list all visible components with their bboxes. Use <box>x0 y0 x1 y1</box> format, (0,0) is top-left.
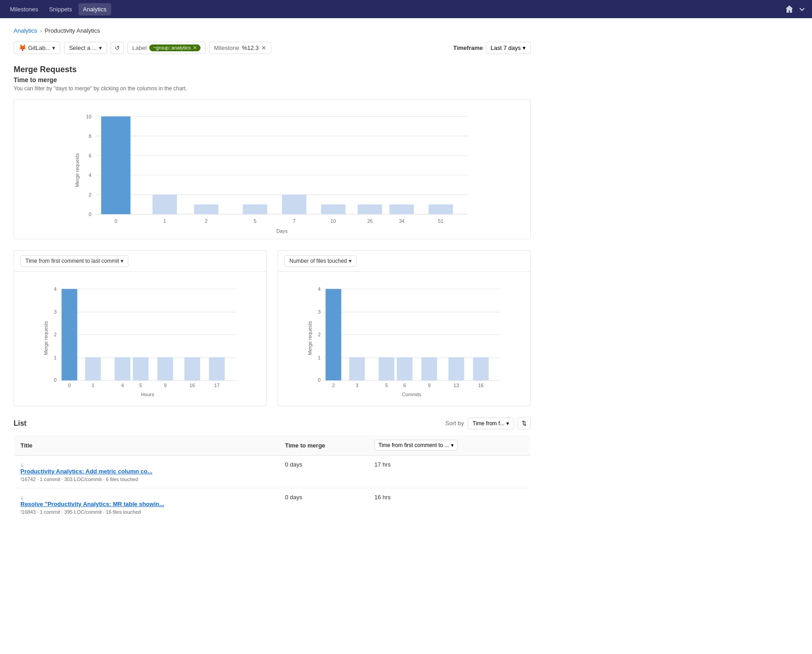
left-chart-dropdown[interactable]: Time from first comment to last commit ▾ <box>20 255 128 267</box>
chevron-down-icon[interactable] <box>797 5 807 14</box>
svg-text:51: 51 <box>438 218 444 224</box>
left-chart-card: Time from first comment to last commit ▾… <box>14 250 267 406</box>
timeframe-chevron-icon: ▾ <box>523 44 526 51</box>
row2-time-to-merge: 0 days <box>279 488 368 521</box>
svg-text:4: 4 <box>121 383 124 388</box>
breadcrumb-parent[interactable]: Analytics <box>14 27 37 34</box>
bar-2[interactable] <box>194 204 219 214</box>
col-time-from-comment-dropdown[interactable]: Time from first comment to ... ▾ <box>374 440 458 451</box>
filter-reset-btn[interactable]: ↺ <box>111 42 124 54</box>
left-bar-16[interactable] <box>185 357 201 380</box>
bar-34[interactable] <box>389 204 414 214</box>
bar-1[interactable] <box>152 195 177 214</box>
nav-items: Milestones Snippets Analytics <box>5 3 111 15</box>
sort-chevron-icon: ▾ <box>506 420 509 427</box>
main-chart-y-label: Merge requests <box>74 153 80 187</box>
dual-charts-row: Time from first comment to last commit ▾… <box>14 250 531 406</box>
row1-mr-title[interactable]: Productivity Analytics: Add metric colum… <box>20 468 272 475</box>
bar-10[interactable] <box>321 204 346 214</box>
left-bar-9[interactable] <box>157 357 173 380</box>
timeframe-filter: Timeframe Last 7 days ▾ <box>453 42 531 54</box>
breadcrumb-separator: › <box>40 27 42 34</box>
bar-5[interactable] <box>243 204 267 214</box>
col-header-label: Time from first comment to ... <box>378 442 449 448</box>
svg-text:0: 0 <box>114 218 117 224</box>
svg-text:0: 0 <box>318 377 321 383</box>
svg-text:2: 2 <box>89 192 92 197</box>
svg-text:1: 1 <box>54 355 57 360</box>
table-head: Title Time to merge Time from first comm… <box>14 435 531 456</box>
project-chevron-icon: ▾ <box>52 44 55 51</box>
right-bar-3[interactable] <box>349 357 365 380</box>
right-bar-9[interactable] <box>421 357 437 380</box>
svg-text:1: 1 <box>92 383 94 388</box>
left-bar-17[interactable] <box>209 357 225 380</box>
reset-icon: ↺ <box>115 44 120 51</box>
project-filter-btn[interactable]: 🦊 GitLab... ▾ <box>14 41 60 54</box>
svg-text:26: 26 <box>367 218 372 224</box>
sort-by-label: Sort by <box>445 420 464 427</box>
right-bar-16[interactable] <box>473 357 489 380</box>
table-row: ↓ Productivity Analytics: Add metric col… <box>14 456 531 488</box>
nav-analytics[interactable]: Analytics <box>78 3 111 15</box>
svg-text:13: 13 <box>454 383 459 388</box>
svg-text:16: 16 <box>190 383 195 388</box>
svg-text:0: 0 <box>54 377 57 383</box>
timeframe-value: Last 7 days <box>491 44 521 51</box>
bar-26[interactable] <box>357 204 382 214</box>
bar-7[interactable] <box>282 195 307 214</box>
sort-area: Sort by Time from f... ▾ ⇅ <box>445 417 531 429</box>
svg-text:1: 1 <box>163 218 166 224</box>
milestone-tag-close[interactable]: ✕ <box>261 44 266 51</box>
row2-time-from-comment: 16 hrs <box>368 488 530 521</box>
svg-text:2: 2 <box>205 218 208 224</box>
table-body: ↓ Productivity Analytics: Add metric col… <box>14 456 531 521</box>
breadcrumb: Analytics › Productivity Analytics <box>14 27 531 34</box>
left-bar-4[interactable] <box>115 357 131 380</box>
col-time-from-comment-header: Time from first comment to ... ▾ <box>368 435 530 456</box>
label-tag-value: ~group::analytics <box>153 45 191 50</box>
milestone-tag-value: %12.3 <box>242 44 259 51</box>
row1-mr-details: 1 commit · 303 LOC/commit · 6 files touc… <box>40 477 138 482</box>
right-bar-2[interactable] <box>326 289 342 381</box>
breadcrumb-current: Productivity Analytics <box>44 27 100 34</box>
left-chart-body: Merge requests 4 3 2 1 0 0 <box>14 272 266 406</box>
chart-hint: You can filter by "days to merge" by cli… <box>14 85 531 92</box>
svg-text:16: 16 <box>478 383 484 388</box>
right-bar-6[interactable] <box>397 357 413 380</box>
bar-51[interactable] <box>429 204 453 214</box>
sort-dropdown-btn[interactable]: Time from f... ▾ <box>468 418 514 429</box>
right-bar-13[interactable] <box>449 357 465 380</box>
row2-mr-meta: !16843 · 1 commit · 395 LOC/commit · 16 … <box>20 509 141 515</box>
left-bar-1[interactable] <box>85 357 101 380</box>
right-chart-card: Number of files touched ▾ Merge requests… <box>278 250 531 406</box>
svg-text:5: 5 <box>385 383 388 388</box>
right-bar-5[interactable] <box>379 357 395 380</box>
row1-mr-meta: !16742 · 1 commit · 303 LOC/commit · 6 f… <box>20 477 138 482</box>
row1-title-cell: ↓ Productivity Analytics: Add metric col… <box>14 456 279 488</box>
svg-text:4: 4 <box>54 286 57 292</box>
home-icon[interactable] <box>785 5 794 14</box>
mr-table: Title Time to merge Time from first comm… <box>14 435 531 521</box>
nav-snippets[interactable]: Snippets <box>44 3 77 15</box>
label-tag-close[interactable]: ✕ <box>193 45 197 51</box>
svg-text:3: 3 <box>318 309 321 315</box>
nav-milestones[interactable]: Milestones <box>5 3 43 15</box>
timeframe-btn[interactable]: Last 7 days ▾ <box>486 42 531 54</box>
bar-0[interactable] <box>101 117 131 214</box>
right-chart-dropdown[interactable]: Number of files touched ▾ <box>284 255 357 267</box>
select-filter-btn[interactable]: Select a ... ▾ <box>64 42 107 54</box>
list-title: List <box>14 419 26 428</box>
row2-mr-icon: ↓ <box>20 494 24 501</box>
svg-text:4: 4 <box>89 172 92 178</box>
row2-mr-details: 1 commit · 395 LOC/commit · 16 files tou… <box>40 509 141 515</box>
svg-text:7: 7 <box>293 218 295 224</box>
left-bar-0[interactable] <box>62 289 78 381</box>
row2-mr-title[interactable]: Resolve "Productivity Analytics: MR tabl… <box>20 501 272 507</box>
left-chart-chevron-icon: ▾ <box>121 258 123 264</box>
milestone-filter-text: Milestone <box>214 44 240 51</box>
sort-filter-direction-btn[interactable]: ⇅ <box>518 417 531 429</box>
left-bar-5[interactable] <box>133 357 149 380</box>
svg-text:Merge requests: Merge requests <box>43 321 49 355</box>
left-chart-svg: Merge requests 4 3 2 1 0 0 <box>21 279 259 397</box>
